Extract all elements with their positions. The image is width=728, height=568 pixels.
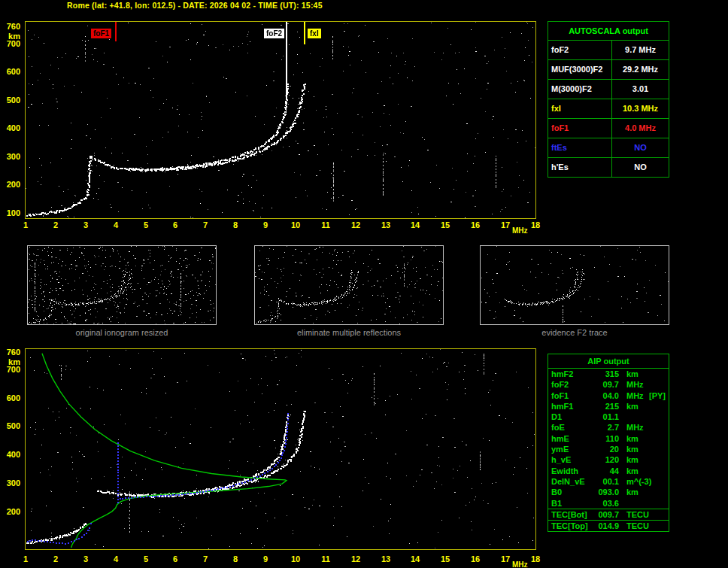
aip-parameter-flag — [648, 444, 669, 454]
aip-parameter-name: DelN_vE — [551, 476, 593, 487]
aip-parameter-unit: km — [619, 487, 648, 497]
parameter-value: NO — [612, 158, 669, 177]
aip-parameter-value: 093.0 — [593, 487, 619, 497]
x-tick-label: 4 — [106, 220, 126, 229]
aip-parameter-name: hmF1 — [551, 401, 593, 412]
restored-ionogram-canvas — [26, 349, 535, 549]
aip-parameter-value: 120 — [593, 454, 619, 465]
x-tick-label: 6 — [165, 554, 185, 563]
x-tick-label: 9 — [256, 220, 275, 229]
aip-parameter-value: 20 — [593, 444, 619, 454]
aip-parameter-value: 03.6 — [593, 498, 619, 509]
aip-parameter-flag — [648, 433, 669, 444]
parameter-label: foF1 — [548, 119, 612, 138]
x-tick-label: 9 — [256, 554, 275, 563]
autoscala-application-screen: Rome (lat: +41.8, lon: 012.5) - DATE: 20… — [0, 0, 728, 568]
autoscala-row-fof1: foF14.0 MHz — [548, 119, 669, 138]
station-date-time-title: Rome (lat: +41.8, lon: 012.5) - DATE: 20… — [67, 1, 323, 10]
panel-original-ionogram — [27, 245, 217, 325]
y-tick-label: 200 — [7, 507, 20, 517]
aip-row-b1: B103.6 — [548, 498, 669, 509]
x-tick-label: 14 — [405, 220, 425, 229]
aip-parameter-unit — [619, 498, 648, 509]
aip-parameter-value: 110 — [593, 433, 619, 444]
x-tick-label: 13 — [376, 554, 396, 563]
aip-parameter-unit: km — [619, 444, 648, 454]
aip-parameter-unit: km — [619, 401, 648, 412]
aip-parameter-unit — [619, 412, 648, 422]
aip-table-header: AIP output — [548, 354, 669, 369]
panel-eliminate-reflections — [254, 245, 444, 325]
aip-parameter-unit: km — [619, 466, 648, 476]
autoscala-row-muf3000f2: MUF(3000)F229.2 MHz — [548, 60, 669, 80]
tec-name: TEC[Top] — [551, 521, 593, 531]
parameter-label: foF2 — [548, 41, 612, 59]
aip-parameter-name: D1 — [551, 412, 593, 422]
autoscala-row-ftes: ftEsNO — [548, 138, 669, 158]
tec-unit: TECU — [619, 521, 648, 531]
parameter-value: 10.3 MHz — [612, 99, 669, 118]
y-tick-label: 400 — [7, 450, 20, 460]
autoscala-row-fof2: foF29.7 MHz — [548, 41, 669, 60]
autoscala-output-table: AUTOSCALA output foF29.7 MHzMUF(3000)F22… — [548, 21, 669, 178]
x-tick-label: 18 — [526, 554, 545, 563]
aip-parameter-name: B1 — [551, 498, 593, 509]
scaled-ionogram-canvas — [26, 22, 535, 218]
y-tick-label: 700 — [7, 365, 20, 375]
parameter-label: ftEs — [548, 138, 612, 157]
y-tick-label: 760 — [7, 348, 20, 357]
aip-table-rows: hmF2315kmfoF209.7MHzfoF104.0MHz[PY]hmF12… — [548, 369, 669, 509]
y-tick-label: 100 — [7, 208, 20, 218]
aip-parameter-unit: km — [619, 454, 648, 465]
x-tick-label: 12 — [346, 220, 366, 229]
aip-parameter-flag — [648, 422, 669, 433]
restored-ionogram-plot — [25, 348, 536, 550]
fof1-marker-label: foF1 — [91, 29, 111, 38]
x-tick-label: 2 — [46, 554, 65, 563]
aip-row-hmf2: hmF2315km — [548, 369, 669, 379]
y-tick-label: 760 — [7, 22, 20, 32]
fof2-marker-label: foF2 — [264, 29, 284, 38]
fof1-marker-line — [115, 22, 117, 41]
y-tick-label: 300 — [7, 152, 20, 162]
aip-parameter-value: 44 — [593, 466, 619, 476]
aip-row-delnve: DelN_vE00.1m^(-3) — [548, 476, 669, 487]
parameter-value: 29.2 MHz — [612, 60, 669, 79]
aip-row-hve: h_vE120km — [548, 454, 669, 465]
y-tick-label: 400 — [7, 123, 20, 133]
autoscala-row-hes: h'EsNO — [548, 158, 669, 177]
fxi-marker-line — [304, 22, 305, 44]
x-tick-label: 5 — [136, 554, 156, 563]
aip-parameter-value: 2.7 — [593, 422, 619, 433]
autoscala-row-m3000f2: M(3000)F23.01 — [548, 80, 669, 99]
aip-parameter-flag — [648, 476, 669, 487]
aip-parameter-name: Ewidth — [551, 466, 593, 476]
bottom-plot-x-unit-label: MHz — [512, 560, 528, 568]
aip-tec-rows: TEC[Bot]009.7TECUTEC[Top]014.9TECU — [548, 509, 669, 531]
aip-parameter-flag — [648, 369, 669, 379]
aip-parameter-flag — [648, 401, 669, 412]
bottom-plot-y-axis: 760km700600500400300200 — [0, 348, 22, 550]
autoscala-table-rows: foF29.7 MHzMUF(3000)F229.2 MHzM(3000)F23… — [548, 41, 669, 177]
aip-parameter-unit: MHz — [619, 390, 648, 401]
panel-evidence-f2-trace-canvas — [481, 246, 669, 324]
aip-parameter-name: B0 — [551, 487, 593, 497]
aip-parameter-name: hmF2 — [551, 369, 593, 379]
aip-parameter-flag — [648, 466, 669, 476]
y-tick-label: 200 — [7, 180, 20, 190]
aip-parameter-flag — [648, 454, 669, 465]
x-tick-label: 12 — [346, 554, 366, 563]
x-tick-label: 10 — [286, 220, 305, 229]
x-tick-label: 8 — [226, 220, 245, 229]
bottom-plot-x-axis: 123456789101112131415161718 — [26, 554, 552, 565]
aip-parameter-name: foE — [551, 422, 593, 433]
x-tick-label: 1 — [16, 220, 35, 229]
y-tick-label: 300 — [7, 478, 20, 488]
y-tick-label: 500 — [7, 96, 20, 105]
panel-caption-reflections: eliminate multiple reflections — [254, 328, 444, 337]
aip-parameter-flag — [648, 498, 669, 509]
aip-parameter-flag — [648, 379, 669, 390]
aip-parameter-value: 01.1 — [593, 412, 619, 422]
x-tick-label: 4 — [106, 554, 126, 563]
aip-parameter-flag — [648, 412, 669, 422]
